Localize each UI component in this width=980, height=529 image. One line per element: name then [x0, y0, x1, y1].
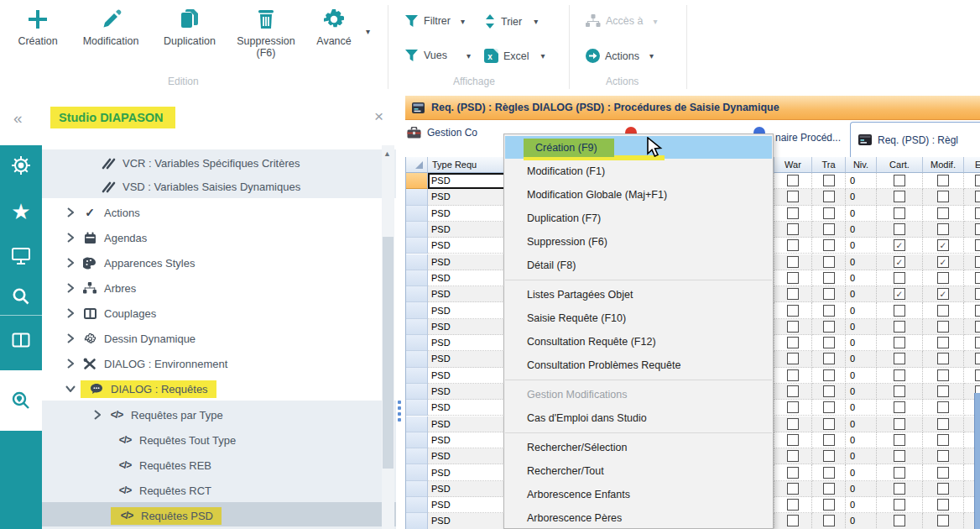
- filtrer-button[interactable]: Filtrer ▾: [404, 14, 465, 28]
- checkbox[interactable]: [787, 369, 799, 381]
- checkbox[interactable]: [937, 337, 949, 348]
- checkbox[interactable]: [823, 467, 835, 479]
- checkbox[interactable]: [787, 401, 799, 413]
- cell-modif[interactable]: [923, 497, 964, 513]
- cell-modif[interactable]: ✓: [923, 286, 964, 302]
- checkbox[interactable]: [894, 223, 905, 235]
- checkbox[interactable]: [894, 499, 905, 511]
- cell-niv[interactable]: 0: [846, 384, 877, 400]
- cell-modif[interactable]: [923, 302, 964, 318]
- cell-ex[interactable]: [964, 270, 980, 286]
- cell-modif[interactable]: [923, 319, 964, 335]
- checkbox[interactable]: [975, 207, 980, 219]
- checkbox[interactable]: [787, 256, 799, 268]
- tree-item-vsd[interactable]: VSD : Variables Saisies Dynamiques: [42, 174, 396, 199]
- tree-item-dessin[interactable]: Dessin Dynamique: [42, 326, 396, 351]
- checkbox[interactable]: [823, 288, 835, 300]
- cell-ex[interactable]: [964, 319, 980, 335]
- cell-cart[interactable]: [877, 222, 923, 238]
- star-icon[interactable]: ★: [0, 193, 42, 230]
- chevron-right-icon[interactable]: [65, 207, 76, 217]
- cell-niv[interactable]: 0: [846, 270, 877, 286]
- cell-tra[interactable]: [812, 173, 846, 189]
- cell-modif[interactable]: [923, 400, 964, 416]
- cell-niv[interactable]: 0: [846, 319, 877, 335]
- trier-button[interactable]: Trier ▾: [484, 14, 538, 29]
- cell-modif[interactable]: [923, 173, 964, 189]
- close-panel-icon[interactable]: ×: [374, 107, 383, 126]
- menu-item-rechercher-selection[interactable]: Rechercher/Sélection: [504, 436, 773, 459]
- cell-tra[interactable]: [812, 319, 846, 335]
- chevron-right-icon[interactable]: [65, 308, 76, 318]
- cell-tra[interactable]: [812, 206, 846, 222]
- checkbox[interactable]: [787, 191, 799, 202]
- cell-modif[interactable]: [923, 270, 964, 286]
- cell-cart[interactable]: ✓: [877, 286, 923, 302]
- checkbox[interactable]: ✓: [937, 239, 949, 251]
- checkbox[interactable]: [823, 175, 835, 186]
- cell-tra[interactable]: [812, 189, 846, 205]
- tree-item-requetes-rct[interactable]: </> Requêtes RCT: [42, 478, 396, 503]
- checkbox[interactable]: [937, 434, 949, 446]
- cell-niv[interactable]: 0: [846, 302, 877, 318]
- checkbox[interactable]: [937, 450, 949, 462]
- checkbox[interactable]: [823, 385, 835, 397]
- cell-tra[interactable]: [812, 254, 846, 270]
- cell-modif[interactable]: [923, 368, 964, 384]
- chevron-right-icon[interactable]: [65, 233, 76, 243]
- cell-cart[interactable]: [877, 464, 923, 480]
- row-selector[interactable]: [406, 351, 428, 367]
- cell-modif[interactable]: [923, 481, 964, 497]
- cell-niv[interactable]: 0: [846, 368, 877, 384]
- column-header-tra[interactable]: Tra: [812, 157, 846, 173]
- acces-a-button[interactable]: Accès à ▾: [586, 14, 658, 28]
- menu-item-modification-globale[interactable]: Modification Globale (Maj+F1): [504, 183, 773, 207]
- checkbox[interactable]: [894, 369, 905, 381]
- checkbox[interactable]: [787, 175, 799, 186]
- cell-tra[interactable]: [812, 384, 846, 400]
- cell-war[interactable]: [774, 448, 812, 464]
- checkbox[interactable]: [975, 369, 980, 381]
- checkbox[interactable]: [937, 272, 949, 284]
- tree-item-vcr[interactable]: VCR : Variables Spécifiques Critères: [42, 150, 396, 175]
- checkbox[interactable]: [975, 321, 980, 333]
- monitor-icon[interactable]: [0, 238, 42, 275]
- menu-item-cas-emploi[interactable]: Cas d'Emploi dans Studio: [504, 406, 773, 430]
- cell-cart[interactable]: [877, 448, 923, 464]
- checkbox[interactable]: [823, 401, 835, 413]
- checkbox[interactable]: [823, 256, 835, 268]
- tree-item-agendas[interactable]: Agendas: [42, 225, 396, 250]
- tab-req-psd-active[interactable]: Req. (PSD) : Règl: [850, 122, 980, 157]
- chevron-right-icon[interactable]: [65, 333, 76, 343]
- menu-item-saisie-requete[interactable]: Saisie Requête (F10): [504, 306, 773, 330]
- checkbox[interactable]: [894, 175, 905, 186]
- row-selector[interactable]: [406, 464, 428, 480]
- cell-niv[interactable]: 0: [846, 206, 877, 222]
- checkbox[interactable]: [787, 337, 799, 348]
- cell-tra[interactable]: [812, 464, 846, 480]
- vues-caret[interactable]: ▾: [467, 51, 471, 60]
- row-selector[interactable]: [406, 335, 428, 351]
- cell-war[interactable]: [774, 335, 812, 351]
- cell-war[interactable]: [774, 497, 812, 513]
- checkbox[interactable]: [894, 434, 905, 446]
- row-selector[interactable]: [406, 254, 428, 270]
- avance-caret[interactable]: ▾: [366, 27, 370, 36]
- column-header-modif[interactable]: Modif.: [923, 157, 964, 173]
- tree-scrollbar-thumb[interactable]: [383, 237, 394, 469]
- cell-niv[interactable]: 0: [846, 238, 877, 254]
- cell-tra[interactable]: [812, 222, 846, 238]
- cell-cart[interactable]: [877, 189, 923, 205]
- cell-cart[interactable]: [877, 384, 923, 400]
- tab-label-fragment[interactable]: naire Procéd...: [775, 132, 841, 144]
- checkbox[interactable]: [787, 450, 799, 462]
- chevron-right-icon[interactable]: [65, 258, 76, 268]
- cell-ex[interactable]: [964, 222, 980, 238]
- checkbox[interactable]: [823, 450, 835, 462]
- checkbox[interactable]: [937, 418, 949, 430]
- checkbox[interactable]: [823, 305, 835, 317]
- cell-cart[interactable]: [877, 319, 923, 335]
- row-selector[interactable]: [406, 481, 428, 497]
- cell-war[interactable]: [774, 481, 812, 497]
- checkbox[interactable]: [787, 467, 799, 479]
